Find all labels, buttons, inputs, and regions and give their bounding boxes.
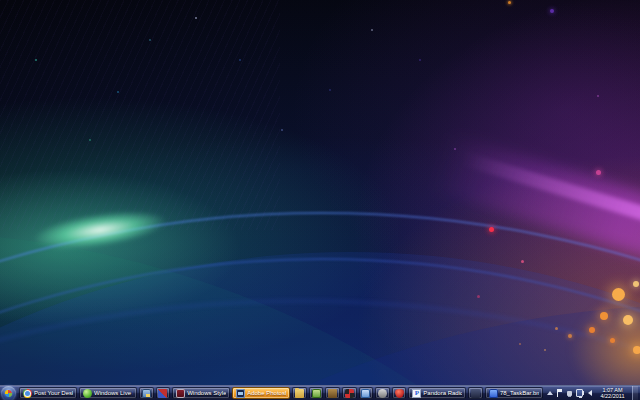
taskbar-icon-folder[interactable]: [292, 387, 307, 399]
taskbar: Post Your Desktop o...Windows Live Messe…: [0, 385, 640, 400]
power-plug-icon[interactable]: [566, 389, 573, 398]
bokeh-dot: [633, 281, 639, 287]
desktop-screen: Post Your Desktop o...Windows Live Messe…: [0, 0, 640, 400]
bokeh-dot: [623, 315, 633, 325]
action-center-flag-icon-glyph: [557, 389, 562, 397]
bokeh-dot: [281, 129, 283, 131]
show-hidden-icons-glyph: [547, 391, 553, 395]
wsb-icon: [176, 389, 185, 398]
bokeh-dot: [371, 29, 373, 31]
bokeh-dot: [35, 59, 37, 61]
taskbar-button-label: 78_TaskBar.bmp @ ...: [500, 390, 539, 397]
volume-icon[interactable]: [586, 389, 593, 398]
pandora-icon: [412, 389, 421, 398]
taskbar-clock[interactable]: 1:07 AM 4/22/2011: [596, 387, 629, 399]
mirc-icon: [328, 389, 337, 398]
bokeh-dot: [550, 9, 554, 13]
bokeh-dot: [612, 288, 625, 301]
app-red-icon: [158, 389, 167, 398]
photoshop-icon: [236, 389, 245, 398]
bokeh-dot: [596, 170, 601, 175]
taskbar-button-bmp[interactable]: 78_TaskBar.bmp @ ...: [485, 387, 543, 399]
taskbar-button-chrome[interactable]: Post Your Desktop o...: [19, 387, 77, 399]
bokeh-dot: [519, 343, 521, 345]
taskbar-button-label: Post Your Desktop o...: [34, 390, 73, 397]
shield-red-icon: [395, 389, 404, 398]
taskbar-icon-app-dark[interactable]: [468, 387, 483, 399]
taskbar-buttons: Post Your Desktop o...Windows Live Messe…: [18, 386, 544, 400]
bokeh-dot: [508, 1, 511, 4]
bokeh-dot: [633, 346, 640, 354]
show-desktop-button[interactable]: [632, 386, 638, 400]
desktop-wallpaper[interactable]: [0, 0, 640, 400]
folder-icon: [295, 389, 304, 398]
bokeh-dot: [568, 334, 572, 338]
taskbar-button-label: Windows Live Messe...: [94, 390, 133, 397]
bokeh-dot: [239, 59, 241, 61]
system-tray: 1:07 AM 4/22/2011: [544, 386, 640, 400]
checkered-icon: [345, 389, 354, 398]
taskbar-button-photoshop[interactable]: Adobe Photosho...: [232, 387, 290, 399]
bokeh-dot: [195, 17, 197, 19]
bokeh-dot: [597, 95, 599, 97]
taskbar-icon-shield-red[interactable]: [392, 387, 407, 399]
show-hidden-icons[interactable]: [546, 389, 553, 398]
bokeh-dot: [589, 327, 595, 333]
bokeh-dot: [419, 59, 421, 61]
taskbar-button-wsb[interactable]: Windows Style Build...: [172, 387, 230, 399]
bokeh-dot: [610, 338, 615, 343]
taskbar-icon-image-green[interactable]: [309, 387, 324, 399]
bokeh-dot: [489, 227, 494, 232]
action-center-flag-icon[interactable]: [556, 389, 563, 398]
taskbar-button-label: Pandora Radio - List...: [423, 390, 462, 397]
bokeh-dot: [329, 89, 331, 91]
taskbar-icon-app-gray[interactable]: [375, 387, 390, 399]
bokeh-dot: [521, 260, 524, 263]
messenger-icon: [83, 389, 92, 398]
taskbar-button-messenger[interactable]: Windows Live Messe...: [79, 387, 137, 399]
doc-blue-icon: [361, 389, 370, 398]
taskbar-icon-checkered[interactable]: [342, 387, 357, 399]
bokeh-dot: [117, 91, 119, 93]
volume-icon-glyph: [588, 390, 592, 396]
bokeh-dot: [555, 327, 558, 330]
taskbar-button-label: Adobe Photosho...: [247, 390, 286, 397]
bokeh-dot: [454, 148, 456, 150]
app-gray-icon: [378, 389, 387, 398]
power-plug-icon-glyph: [567, 391, 572, 396]
taskbar-button-pandora[interactable]: Pandora Radio - List...: [408, 387, 466, 399]
app-dark-icon: [471, 389, 480, 398]
bokeh-dot: [600, 312, 608, 320]
bmp-icon: [489, 389, 498, 398]
start-button[interactable]: [1, 386, 16, 400]
bokeh-dot: [149, 39, 151, 41]
taskbar-icon-mirc[interactable]: [325, 387, 340, 399]
pictures-icon: [142, 389, 151, 398]
taskbar-button-label: Windows Style Build...: [187, 390, 226, 397]
bokeh-dot: [544, 349, 546, 351]
bokeh-dot: [89, 139, 91, 141]
clock-date: 4/22/2011: [596, 393, 629, 399]
image-green-icon: [312, 389, 321, 398]
bokeh-dot: [477, 295, 480, 298]
orange-glow: [540, 270, 640, 400]
taskbar-icon-doc-blue[interactable]: [359, 387, 374, 399]
chrome-icon: [23, 389, 32, 398]
taskbar-icon-app-red[interactable]: [156, 387, 171, 399]
taskbar-icon-pictures[interactable]: [139, 387, 154, 399]
